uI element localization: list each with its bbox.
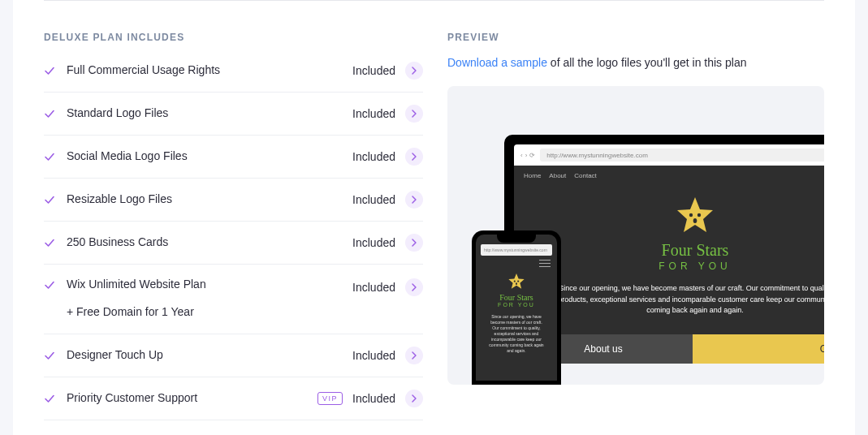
check-icon — [44, 237, 55, 248]
chevron-right-icon — [412, 283, 417, 291]
included-label: Included — [352, 349, 395, 362]
check-icon — [44, 65, 55, 76]
chevron-right-icon — [412, 239, 417, 247]
svg-point-2 — [693, 218, 697, 223]
hamburger-icon — [539, 260, 551, 268]
feature-title: Priority Customer Support — [67, 390, 317, 407]
included-label: Included — [352, 392, 395, 405]
phone-brand-name: Four Stars — [482, 293, 551, 302]
chevron-right-icon — [412, 351, 417, 360]
phone-notch — [497, 235, 536, 243]
vip-badge: VIP — [317, 392, 343, 405]
feature-row: Standard Logo FilesIncluded — [44, 93, 423, 136]
check-icon — [44, 350, 55, 361]
check-icon — [44, 194, 55, 205]
download-sample-link[interactable]: Download a sample — [447, 56, 547, 69]
included-label: Included — [352, 150, 395, 163]
check-icon — [44, 393, 55, 404]
expand-button[interactable] — [405, 278, 423, 296]
included-label: Included — [352, 236, 395, 249]
svg-point-4 — [517, 280, 519, 282]
feature-row: Designer Touch UpIncluded — [44, 334, 423, 377]
tab-our-service: Our Service — [693, 334, 824, 364]
plan-includes-heading: DELUXE PLAN INCLUDES — [44, 32, 423, 43]
included-label: Included — [352, 64, 395, 77]
chevron-right-icon — [412, 67, 417, 75]
check-icon — [44, 279, 55, 291]
phone-site-description: Since our opening, we have become master… — [482, 314, 551, 354]
expand-button[interactable] — [405, 105, 423, 123]
phone-brand-tagline: FOR YOU — [482, 302, 551, 308]
expand-button[interactable] — [405, 62, 423, 80]
star-logo-icon — [675, 196, 715, 236]
expand-button[interactable] — [405, 148, 423, 166]
section-divider — [44, 0, 824, 1]
feature-title: Designer Touch Up — [67, 347, 352, 364]
included-label: Included — [352, 281, 395, 294]
expand-button[interactable] — [405, 347, 423, 364]
expand-button[interactable] — [405, 234, 423, 252]
preview-mockup: ‹›⟳ http://www.mystunningwebsite.com Hom… — [447, 86, 824, 385]
feature-title: 250 Business Cards — [67, 235, 352, 251]
feature-subtitle: + Free Domain for 1 Year — [67, 304, 352, 321]
brand-tagline: FOR YOU — [530, 261, 824, 272]
browser-nav-icons: ‹›⟳ — [520, 152, 535, 159]
brand-name: Four Stars — [530, 241, 824, 260]
feature-list: Full Commercial Usage RightsIncludedStan… — [44, 50, 423, 420]
phone-mockup: http://www.mystunningwebsite.com Four St… — [472, 230, 561, 385]
feature-title: Wix Unlimited Website Plan — [67, 277, 352, 293]
feature-row: 250 Business CardsIncluded — [44, 222, 423, 265]
included-label: Included — [352, 193, 395, 206]
feature-title: Standard Logo Files — [67, 106, 352, 122]
included-label: Included — [352, 107, 395, 120]
svg-point-0 — [689, 213, 693, 217]
preview-description: Download a sample of all the logo files … — [447, 54, 824, 71]
check-icon — [44, 151, 55, 162]
browser-url: http://www.mystunningwebsite.com — [540, 149, 824, 162]
feature-row: Wix Unlimited Website Plan+ Free Domain … — [44, 265, 423, 334]
site-nav: Home About Contact — [514, 166, 824, 186]
feature-row: Resizable Logo FilesIncluded — [44, 179, 423, 222]
feature-title: Resizable Logo Files — [67, 192, 352, 208]
check-icon — [44, 108, 55, 119]
svg-point-5 — [516, 282, 517, 285]
chevron-right-icon — [412, 196, 417, 204]
expand-button[interactable] — [405, 191, 423, 209]
chevron-right-icon — [412, 153, 417, 161]
site-description: Since our opening, we have become master… — [549, 283, 824, 317]
chevron-right-icon — [412, 110, 417, 118]
phone-url: http://www.mystunningwebsite.com — [481, 244, 552, 256]
expand-button[interactable] — [405, 390, 423, 407]
feature-row: Priority Customer SupportVIPIncluded — [44, 377, 423, 420]
feature-row: Full Commercial Usage RightsIncluded — [44, 50, 423, 93]
nav-home: Home — [524, 172, 541, 179]
preview-rest-text: of all the logo files you'll get in this… — [547, 56, 747, 69]
browser-bar: ‹›⟳ http://www.mystunningwebsite.com — [514, 144, 824, 166]
feature-title: Full Commercial Usage Rights — [67, 62, 352, 79]
nav-about: About — [549, 172, 566, 179]
chevron-right-icon — [412, 394, 417, 403]
svg-point-3 — [514, 280, 516, 282]
preview-heading: PREVIEW — [447, 32, 824, 43]
feature-title: Social Media Logo Files — [67, 149, 352, 165]
feature-row: Social Media Logo FilesIncluded — [44, 136, 423, 179]
nav-contact: Contact — [574, 172, 597, 179]
svg-point-1 — [697, 213, 701, 217]
star-logo-icon-small — [507, 273, 525, 291]
